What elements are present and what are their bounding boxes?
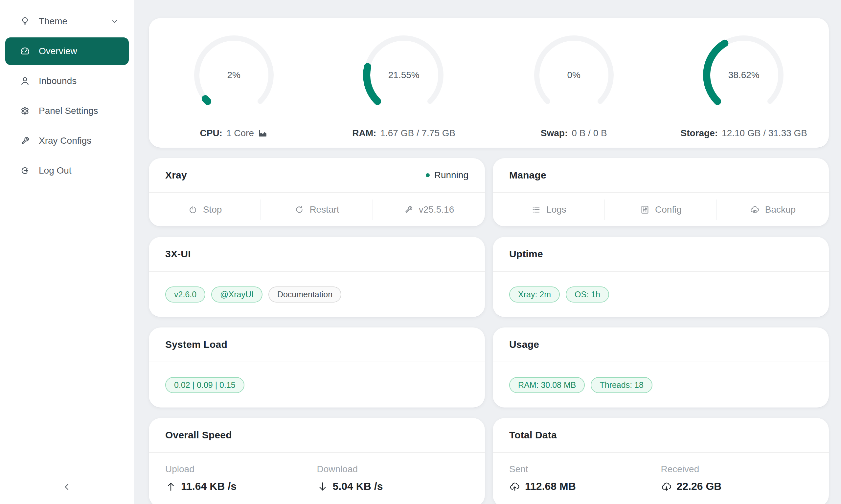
- stat-label: Received: [661, 464, 813, 474]
- tag-documentation[interactable]: Documentation: [269, 286, 341, 303]
- gauge-label-value: 1 Core: [226, 128, 254, 139]
- stat-label: Download: [317, 464, 469, 474]
- gauge-cpu: 2%CPU:1 Core: [149, 28, 319, 139]
- sidebar: ThemeOverviewInboundsPanel SettingsXray …: [0, 0, 134, 504]
- xui-tags: v2.6.0@XrayUIDocumentation: [149, 272, 485, 317]
- gauge-percent: 38.62%: [696, 28, 791, 123]
- restart-button[interactable]: Restart: [261, 193, 373, 227]
- manage-actions: LogsConfigBackup: [493, 193, 829, 227]
- sidebar-item-log-out[interactable]: Log Out: [5, 157, 129, 184]
- tag-0.02-0.09-0.15: 0.02 | 0.09 | 0.15: [165, 377, 244, 393]
- stat-download: Download5.04 KB /s: [317, 464, 469, 492]
- total-data-card-title: Total Data: [509, 430, 557, 441]
- gauge-label: Storage:12.10 GB / 31.33 GB: [680, 128, 807, 139]
- manage-card: Manage LogsConfigBackup: [493, 158, 829, 227]
- tag-v2.6.0[interactable]: v2.6.0: [165, 286, 205, 303]
- tag-@xrayui[interactable]: @XrayUI: [211, 286, 262, 303]
- area-chart-icon: [258, 128, 268, 138]
- xray-card-title: Xray: [165, 169, 187, 181]
- logout-icon: [20, 165, 30, 176]
- sidebar-item-label: Theme: [39, 16, 67, 26]
- sidebar-item-label: Panel Settings: [39, 106, 98, 116]
- action-label: Config: [655, 204, 682, 215]
- wrench-icon: [404, 205, 414, 215]
- gauge-ring: 2%: [186, 28, 281, 123]
- stat-value: 5.04 KB /s: [317, 480, 469, 492]
- stat-value: 11.64 KB /s: [165, 480, 317, 492]
- backup-button[interactable]: Backup: [717, 193, 829, 227]
- total-data-stats: Sent112.68 MBReceived22.26 GB: [493, 453, 829, 504]
- gear-icon: [20, 106, 30, 116]
- wrench-icon: [20, 136, 30, 146]
- dashboard-icon: [20, 46, 30, 56]
- lightbulb-icon: [20, 16, 30, 26]
- sidebar-item-inbounds[interactable]: Inbounds: [5, 67, 129, 95]
- stat-received: Received22.26 GB: [661, 464, 813, 492]
- sidebar-item-label: Xray Configs: [39, 136, 91, 146]
- running-status-label: Running: [434, 170, 468, 180]
- stop-button[interactable]: Stop: [149, 193, 261, 227]
- system-load-card-title: System Load: [165, 339, 227, 350]
- cloud-server-icon: [750, 205, 760, 215]
- sidebar-item-panel-settings[interactable]: Panel Settings: [5, 97, 129, 125]
- action-label: Restart: [309, 204, 339, 215]
- v25-5-16-button[interactable]: v25.5.16: [373, 193, 485, 227]
- gauge-label-prefix: Storage:: [680, 128, 718, 139]
- system-load-card: System Load 0.02 | 0.09 | 0.15: [149, 327, 485, 408]
- tag-threads-18: Threads: 18: [591, 377, 652, 393]
- chevron-left-icon: [62, 482, 72, 493]
- sidebar-collapse-button[interactable]: [0, 471, 134, 504]
- sidebar-item-overview[interactable]: Overview: [5, 37, 129, 65]
- total-data-card: Total Data Sent112.68 MBReceived22.26 GB: [493, 418, 829, 504]
- cloud-upload-icon: [509, 481, 520, 492]
- gauge-ring: 21.55%: [356, 28, 451, 123]
- stat-upload: Upload11.64 KB /s: [165, 464, 317, 492]
- xui-card: 3X-UI v2.6.0@XrayUIDocumentation: [149, 237, 485, 317]
- xray-card: Xray Running StopRestartv25.5.16: [149, 158, 485, 227]
- power-icon: [188, 205, 198, 215]
- overall-speed-stats: Upload11.64 KB /sDownload5.04 KB /s: [149, 453, 485, 504]
- uptime-card: Uptime Xray: 2mOS: 1h: [493, 237, 829, 317]
- running-status-dot: [426, 173, 430, 177]
- config-button[interactable]: Config: [605, 193, 717, 227]
- stat-value-text: 11.64 KB /s: [181, 480, 237, 492]
- stat-label: Upload: [165, 464, 317, 474]
- action-label: Logs: [546, 204, 566, 215]
- gauge-percent: 0%: [526, 28, 621, 123]
- gauge-swap: 0%Swap:0 B / 0 B: [489, 28, 659, 139]
- usage-tags: RAM: 30.08 MBThreads: 18: [493, 362, 829, 408]
- logs-button[interactable]: Logs: [493, 193, 605, 227]
- gauge-label-prefix: RAM:: [352, 128, 376, 139]
- overall-speed-card: Overall Speed Upload11.64 KB /sDownload5…: [149, 418, 485, 504]
- sidebar-item-xray-configs[interactable]: Xray Configs: [5, 127, 129, 155]
- gauge-label: Swap:0 B / 0 B: [541, 128, 607, 139]
- gauge-label-value: 12.10 GB / 31.33 GB: [722, 128, 807, 139]
- gauge-label-value: 0 B / 0 B: [572, 128, 607, 139]
- sidebar-item-theme[interactable]: Theme: [5, 7, 129, 35]
- manage-card-title: Manage: [509, 169, 546, 181]
- stat-value-text: 112.68 MB: [525, 480, 576, 492]
- stat-value: 112.68 MB: [509, 480, 661, 492]
- gauge-label: CPU:1 Core: [200, 128, 268, 139]
- usage-card: Usage RAM: 30.08 MBThreads: 18: [493, 327, 829, 408]
- sliders-icon: [640, 205, 650, 215]
- overall-speed-card-title: Overall Speed: [165, 430, 232, 441]
- stat-label: Sent: [509, 464, 661, 474]
- tag-ram-30.08-mb: RAM: 30.08 MB: [509, 377, 585, 393]
- stat-value: 22.26 GB: [661, 480, 813, 492]
- uptime-tags: Xray: 2mOS: 1h: [493, 272, 829, 317]
- stat-sent: Sent112.68 MB: [509, 464, 661, 492]
- xray-actions: StopRestartv25.5.16: [149, 193, 485, 227]
- main-content: 2%CPU:1 Core21.55%RAM:1.67 GB / 7.75 GB0…: [134, 0, 841, 504]
- stat-value-text: 22.26 GB: [677, 480, 722, 492]
- chevron-down-icon: [110, 17, 119, 25]
- gauge-label-prefix: CPU:: [200, 128, 222, 139]
- system-gauges-card: 2%CPU:1 Core21.55%RAM:1.67 GB / 7.75 GB0…: [149, 18, 829, 148]
- sidebar-item-label: Inbounds: [39, 76, 76, 86]
- gauge-ring: 38.62%: [696, 28, 791, 123]
- user-icon: [20, 76, 30, 86]
- action-label: v25.5.16: [419, 204, 454, 215]
- cloud-download-icon: [661, 481, 672, 492]
- refresh-icon: [294, 205, 304, 215]
- stat-value-text: 5.04 KB /s: [333, 480, 383, 492]
